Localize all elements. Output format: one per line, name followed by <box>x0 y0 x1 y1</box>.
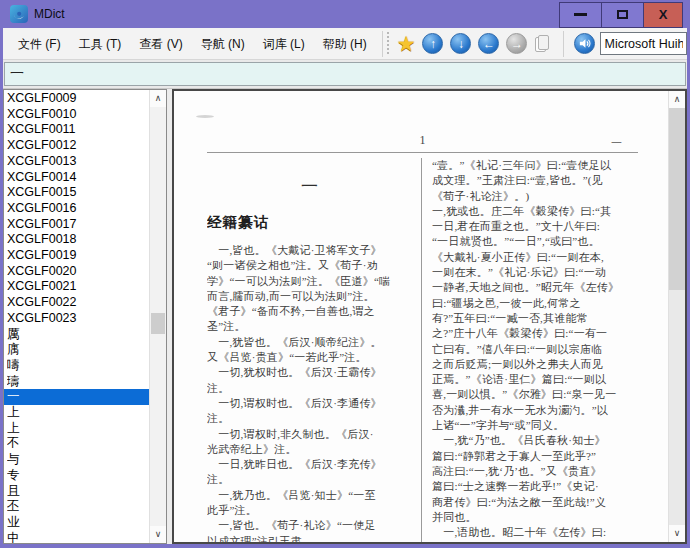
scan-text-line: 一,语助也。昭二十年《左传》曰: <box>432 525 648 540</box>
menubar: 文件 (F)工具 (T)查看 (V)导航 (N)词库 (L)帮助 (H) ★ ↑… <box>3 28 687 60</box>
headword-input[interactable] <box>4 62 686 86</box>
menu-item[interactable]: 词库 (L) <box>254 29 314 59</box>
entry-list-item[interactable]: XCGLF0022 <box>7 295 149 311</box>
toolbar: ★ ↑ ↓ ← → <box>397 31 687 57</box>
content-scroll-down-button[interactable]: ∨ <box>669 525 685 542</box>
scan-text-line: 一,皆也。《荀子·礼论》“一使足 <box>207 518 412 533</box>
entry-list-item[interactable]: 不 <box>7 436 149 452</box>
titlebar: MDict X <box>3 0 687 28</box>
menu-item[interactable]: 查看 (V) <box>130 29 191 59</box>
entry-list-item[interactable]: XCGLF0015 <box>7 185 149 201</box>
scan-text-line: 注。 <box>207 411 412 426</box>
content-scroll-track[interactable] <box>669 108 685 525</box>
voice-group <box>574 32 687 55</box>
scan-text-line: 并同也。 <box>432 510 648 525</box>
scan-text-line: 一,犹或也。庄二年《穀梁传》曰:“其 <box>432 204 648 219</box>
scan-text-line: 此乎”注。 <box>207 503 412 518</box>
app-icon-swirl <box>13 8 25 20</box>
entry-list-item[interactable]: 庽 <box>7 342 149 358</box>
forward-button-disabled: → <box>506 33 527 54</box>
back-button[interactable]: ← <box>478 33 499 54</box>
menu-item[interactable]: 工具 (T) <box>70 29 131 59</box>
sidebar-scroll-down-button[interactable]: ∨ <box>150 526 166 543</box>
entry-list-item[interactable]: XCGLF0020 <box>7 264 149 280</box>
left-column: 一 经籍纂诂 一,皆也。《大戴记·卫将军文子》“则一诸侯之相也”注。又《荀子·劝… <box>207 158 412 542</box>
mdict-app-icon <box>10 5 28 23</box>
entry-list-item[interactable]: XCGLF0019 <box>7 248 149 264</box>
scan-text-line: 一切,谓权时也。《后汉·李通传》 <box>207 396 412 411</box>
entry-list-item[interactable]: XCGLF0016 <box>7 201 149 217</box>
scan-text-line: 成文理。”王肃注曰:“壹,皆也。”(见 <box>432 173 648 188</box>
scan-text-line: 篇曰:“静郭君之于寡人一至此乎?” <box>432 449 648 464</box>
entry-list-item[interactable]: 且 <box>7 484 149 500</box>
dictionary-pane: 1 一 一 经籍纂诂 一,皆也。《大戴记·卫将军文子》“则一诸侯之相也”注。又《… <box>172 89 687 544</box>
scan-smudge <box>196 115 214 118</box>
scan-text-line: 商君传》曰:“为法之敝一至此哉!”义 <box>432 495 648 510</box>
sidebar-scrollbar: ∧ ∨ <box>149 90 166 543</box>
scan-text-line: 亡曰有。”僖八年曰:“一则以宗庙临 <box>432 342 648 357</box>
scan-text-line: “一日就贤也。”“一日”,“或曰”也。 <box>432 234 648 249</box>
clipboard-icon <box>534 34 550 54</box>
speaker-button[interactable] <box>574 33 595 54</box>
entry-list-item[interactable]: 丕 <box>7 499 149 515</box>
scan-text-line: 学》“一可以为法则”注。《臣道》“喘 <box>207 274 412 289</box>
scan-text-line: 一,犹乃也。《吕览·知士》“一至 <box>207 488 412 503</box>
sidebar-scroll-thumb[interactable] <box>151 313 165 334</box>
scan-text-line: 《大戴礼·夏小正传》曰:“一则在本, <box>432 250 648 265</box>
entry-list-item[interactable]: XCGLF0010 <box>7 107 149 123</box>
close-button[interactable]: X <box>643 2 683 28</box>
entry-list-item[interactable]: 中 <box>7 531 149 543</box>
menu-item[interactable]: 文件 (F) <box>9 29 70 59</box>
entry-list-item[interactable]: XCGLF0014 <box>7 170 149 186</box>
sidebar-scroll-up-button[interactable]: ∧ <box>150 90 166 107</box>
entry-list-item[interactable]: 璹 <box>7 374 149 390</box>
entry-list-item[interactable]: 与 <box>7 452 149 468</box>
entry-list-item[interactable]: 上 <box>7 421 149 437</box>
scan-text-line: 一则在末。”《礼记·乐记》曰:“一动 <box>432 265 648 280</box>
clipboard-front-page <box>538 35 549 50</box>
main-area: XCGLF0009XCGLF0010XCGLF0011XCGLF0012XCGL… <box>3 89 687 544</box>
entry-list-item[interactable]: XCGLF0017 <box>7 217 149 233</box>
entry-list-item[interactable]: 嚋 <box>7 358 149 374</box>
entry-list-item[interactable]: 厲 <box>7 327 149 343</box>
maximize-button[interactable] <box>601 2 644 28</box>
entry-list-item[interactable]: 上 <box>7 405 149 421</box>
entry-list-item[interactable]: 业 <box>7 515 149 531</box>
entry-list-item[interactable]: XCGLF0023 <box>7 311 149 327</box>
scan-text-line: “壹。”《礼记·三年问》曰:“壹使足以 <box>432 158 648 173</box>
maximize-icon <box>617 10 628 19</box>
scroll-up-button[interactable]: ↑ <box>422 33 443 54</box>
entry-list-item[interactable]: 一 <box>4 389 149 405</box>
scan-text-line: 而言,臑而动,而一可以为法则”注。 <box>207 289 412 304</box>
scroll-down-button[interactable]: ↓ <box>450 33 471 54</box>
favorites-star-icon[interactable]: ★ <box>397 33 416 54</box>
menu-item[interactable]: 导航 (N) <box>192 29 254 59</box>
page-header: 1 一 <box>207 133 638 150</box>
minimize-button[interactable] <box>559 2 602 28</box>
entry-list-item[interactable]: XCGLF0009 <box>7 91 149 107</box>
menu-item[interactable]: 帮助 (H) <box>314 29 376 59</box>
scan-text-line: 一,皆也。《大戴记·卫将军文子》 <box>207 243 412 258</box>
sidebar-scroll-track[interactable] <box>150 107 166 526</box>
scan-text-line: 一静者,天地之间也。”昭元年《左传》 <box>432 280 648 295</box>
content-scrollbar: ∧ ∨ <box>668 91 685 542</box>
scan-text-line: 一切,谓权时,非久制也。《后汉· <box>207 427 412 442</box>
sidebar: XCGLF0009XCGLF0010XCGLF0011XCGLF0012XCGL… <box>3 89 167 544</box>
entry-list-item[interactable]: XCGLF0018 <box>7 232 149 248</box>
entry-list-item[interactable]: XCGLF0013 <box>7 154 149 170</box>
up-arrow-icon: ↑ <box>430 38 436 50</box>
speaker-icon <box>578 37 591 50</box>
entry-list-item[interactable]: XCGLF0011 <box>7 122 149 138</box>
entry-headword: 一 <box>207 175 412 198</box>
entry-list-item[interactable]: XCGLF0012 <box>7 138 149 154</box>
scan-text-line: 之而后贬焉;一则以外之弗夫人而见 <box>432 357 648 372</box>
tts-voice-input[interactable] <box>600 32 687 55</box>
window-controls: X <box>560 2 683 28</box>
content-scroll-thumb[interactable] <box>669 108 685 290</box>
content-scroll-up-button[interactable]: ∧ <box>669 91 685 108</box>
scan-text-line: 又《吕览·贵直》“一若此乎”注。 <box>207 350 412 365</box>
entry-list-item[interactable]: XCGLF0021 <box>7 279 149 295</box>
toolbar-grip[interactable] <box>386 32 391 56</box>
scan-text-line: 注。 <box>207 472 412 487</box>
entry-list-item[interactable]: 专 <box>7 468 149 484</box>
